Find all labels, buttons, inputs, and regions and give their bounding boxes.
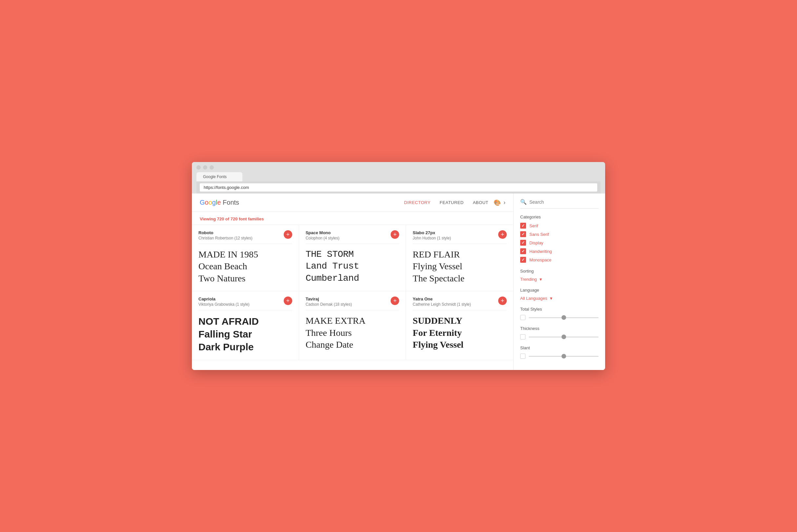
font-name-capriola: Capriola	[198, 297, 250, 301]
top-nav: Google Fonts DIRECTORY FEATURED ABOUT 🎨 …	[192, 193, 513, 212]
checkbox-display[interactable]	[520, 240, 526, 246]
font-card-yatra: Yatra One Catherine Leigh Schmidt (1 sty…	[406, 291, 513, 360]
slant-checkbox[interactable]	[520, 354, 526, 359]
total-styles-title: Total Styles	[520, 307, 599, 311]
main-area: Google Fonts DIRECTORY FEATURED ABOUT 🎨 …	[192, 193, 513, 370]
font-name-taviraj: Taviraj	[306, 297, 352, 301]
font-name-roboto: Roboto	[198, 230, 252, 235]
add-btn-roboto[interactable]: +	[284, 230, 292, 239]
font-grid-header: Viewing 720 of 720 font families	[192, 212, 513, 225]
browser-btn-maximize[interactable]	[210, 165, 214, 170]
browser-chrome: Google Fonts https://fonts.google.com	[192, 162, 605, 193]
total-styles-slider-thumb[interactable]	[562, 315, 566, 320]
sidebar: 🔍 Categories Serif Sans Serif Display	[513, 193, 605, 370]
font-name-space-mono: Space Mono	[306, 230, 339, 235]
browser-btn-minimize[interactable]	[203, 165, 207, 170]
category-label-serif[interactable]: Serif	[529, 223, 538, 228]
thickness-slider-track[interactable]	[529, 337, 599, 338]
search-icon: 🔍	[520, 199, 527, 205]
checkbox-monospace[interactable]	[520, 257, 526, 263]
total-styles-checkbox[interactable]	[520, 315, 526, 320]
thickness-slider-thumb[interactable]	[562, 335, 566, 339]
thickness-title: Thickness	[520, 326, 599, 331]
font-info-space-mono: Space Mono Colophon (4 styles)	[306, 230, 339, 241]
sorting-value[interactable]: Trending	[520, 277, 537, 282]
font-meta-taviraj: Cadson Demak (18 styles)	[306, 302, 352, 307]
font-preview-yatra: SUDDENLYFor EternityFlying Vessel	[413, 315, 507, 350]
nav-links: DIRECTORY FEATURED ABOUT	[404, 200, 488, 205]
nav-link-featured[interactable]: FEATURED	[440, 200, 464, 205]
viewing-rest: of 720 font families	[224, 216, 264, 222]
slant-slider-row	[520, 354, 599, 359]
font-info-capriola: Capriola Viktoriya Grabowska (1 style)	[198, 297, 250, 307]
tab-bar: Google Fonts	[196, 172, 601, 182]
sorting-dropdown[interactable]: Trending ▼	[520, 277, 599, 282]
category-label-sans-serif[interactable]: Sans Serif	[529, 232, 549, 237]
search-box: 🔍	[520, 199, 599, 209]
font-meta-roboto: Christian Robertson (12 styles)	[198, 236, 252, 241]
font-preview-roboto: MADE IN 1985Ocean BeachTwo Natures	[198, 249, 292, 284]
font-info-roboto: Roboto Christian Robertson (12 styles)	[198, 230, 252, 241]
font-card-header-roboto: Roboto Christian Robertson (12 styles) +	[198, 230, 292, 244]
font-preview-taviraj: MAKE EXTRAThree HoursChange Date	[306, 315, 399, 350]
total-styles-slider-track[interactable]	[529, 317, 599, 318]
font-card-header-space-mono: Space Mono Colophon (4 styles) +	[306, 230, 399, 244]
language-section: Language All Languages ▼	[520, 288, 599, 301]
browser-btn-close[interactable]	[196, 165, 201, 170]
category-item-display: Display	[520, 240, 599, 246]
slant-slider-track[interactable]	[529, 356, 599, 357]
dropdown-arrow-language[interactable]: ▼	[549, 296, 553, 301]
total-styles-section: Total Styles	[520, 307, 599, 320]
checkbox-handwriting[interactable]	[520, 248, 526, 254]
logo[interactable]: Google Fonts	[200, 199, 239, 206]
sorting-section: Sorting Trending ▼	[520, 269, 599, 282]
browser-tab[interactable]: Google Fonts	[196, 172, 242, 182]
viewing-text: Viewing	[200, 216, 217, 222]
slant-slider-thumb[interactable]	[562, 354, 566, 359]
thickness-section: Thickness	[520, 326, 599, 340]
font-name-slabo: Slabo 27px	[413, 230, 451, 235]
category-label-monospace[interactable]: Monospace	[529, 258, 551, 262]
font-info-yatra: Yatra One Catherine Leigh Schmidt (1 sty…	[413, 297, 471, 307]
nav-link-directory[interactable]: DIRECTORY	[404, 200, 431, 205]
language-value[interactable]: All Languages	[520, 296, 547, 301]
font-card-header-yatra: Yatra One Catherine Leigh Schmidt (1 sty…	[413, 297, 507, 310]
address-bar-row: https://fonts.google.com	[196, 182, 601, 193]
category-item-serif: Serif	[520, 223, 599, 229]
add-btn-space-mono[interactable]: +	[391, 230, 399, 239]
checkbox-serif[interactable]	[520, 223, 526, 229]
slant-title: Slant	[520, 345, 599, 350]
sorting-title: Sorting	[520, 269, 599, 273]
font-card-capriola: Capriola Viktoriya Grabowska (1 style) +…	[192, 291, 299, 360]
category-label-handwriting[interactable]: Handwriting	[529, 249, 552, 254]
address-bar[interactable]: https://fonts.google.com	[200, 183, 597, 192]
add-btn-slabo[interactable]: +	[498, 230, 507, 239]
category-list: Serif Sans Serif Display Handwriting Mon…	[520, 223, 599, 263]
theme-icon[interactable]: 🎨	[494, 199, 501, 206]
add-btn-capriola[interactable]: +	[284, 297, 292, 305]
font-meta-yatra: Catherine Leigh Schmidt (1 style)	[413, 302, 471, 307]
font-card-slabo: Slabo 27px John Hudson (1 style) + RED F…	[406, 225, 513, 291]
checkbox-sans-serif[interactable]	[520, 231, 526, 237]
category-item-sans-serif: Sans Serif	[520, 231, 599, 237]
category-item-handwriting: Handwriting	[520, 248, 599, 254]
font-info-taviraj: Taviraj Cadson Demak (18 styles)	[306, 297, 352, 307]
font-meta-slabo: John Hudson (1 style)	[413, 236, 451, 241]
category-label-display[interactable]: Display	[529, 241, 544, 245]
font-card-header-capriola: Capriola Viktoriya Grabowska (1 style) +	[198, 297, 292, 310]
font-meta-capriola: Viktoriya Grabowska (1 style)	[198, 302, 250, 307]
font-info-slabo: Slabo 27px John Hudson (1 style)	[413, 230, 451, 241]
dropdown-arrow-sorting[interactable]: ▼	[539, 277, 543, 282]
nav-link-about[interactable]: ABOUT	[473, 200, 488, 205]
more-icon[interactable]: ›	[504, 199, 506, 206]
search-input[interactable]	[529, 200, 599, 205]
thickness-slider-row	[520, 334, 599, 340]
font-card-space-mono: Space Mono Colophon (4 styles) + THE STO…	[299, 225, 406, 291]
font-preview-capriola: NOT AFRAIDFalling StarDark Purple	[198, 315, 292, 353]
add-btn-yatra[interactable]: +	[498, 297, 507, 305]
page-content: Google Fonts DIRECTORY FEATURED ABOUT 🎨 …	[192, 193, 605, 370]
add-btn-taviraj[interactable]: +	[391, 297, 399, 305]
font-preview-slabo: RED FLAIRFlying VesselThe Spectacle	[413, 249, 507, 284]
language-dropdown[interactable]: All Languages ▼	[520, 296, 599, 301]
thickness-checkbox[interactable]	[520, 334, 526, 340]
